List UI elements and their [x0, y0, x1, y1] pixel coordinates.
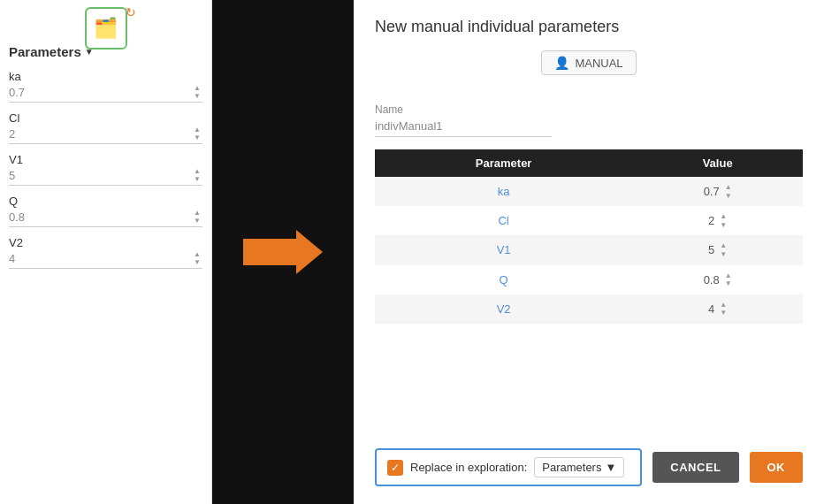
col-parameter: Parameter	[375, 149, 632, 177]
table-spinner-down[interactable]: ▼	[725, 279, 732, 288]
param-input-wrap: 0.7 ▲ ▼	[9, 85, 202, 103]
spinners: ▲ ▼	[192, 251, 202, 266]
table-value-cell: 4 ▲ ▼	[632, 294, 803, 324]
refresh-icon: ↻	[126, 5, 136, 19]
bottom-bar: ✓ Replace in exploration: Parameters ▼ C…	[375, 439, 803, 486]
param-input-wrap: 0.8 ▲ ▼	[9, 210, 202, 227]
arrow-body	[243, 239, 296, 265]
table-spinners: ▲ ▼	[720, 241, 727, 258]
param-row: Cl 2 ▲ ▼	[9, 111, 202, 144]
parameters-table: Parameter Value ka 0.7 ▲ ▼ Cl 2	[375, 149, 803, 324]
table-value-cell: 5 ▲ ▼	[632, 235, 803, 264]
arrow-head	[296, 230, 323, 274]
param-value: 4	[9, 252, 192, 265]
tool-icon-button[interactable]: 🗂️	[85, 7, 127, 50]
left-panel: 🗂️ ↻ Parameters ▼ ka 0.7 ▲ ▼ Cl 2 ▲ ▼	[0, 0, 212, 504]
table-value-cell: 0.7 ▲ ▼	[632, 177, 803, 206]
param-name: V1	[9, 153, 202, 166]
params-title: Parameters	[9, 44, 81, 59]
table-row: ka 0.7 ▲ ▼	[375, 177, 803, 206]
spinner-up[interactable]: ▲	[192, 251, 202, 258]
table-spinners: ▲ ▼	[720, 212, 727, 229]
param-name: ka	[9, 70, 202, 83]
param-value: 0.8	[9, 210, 192, 224]
param-name: Cl	[9, 111, 202, 125]
param-list: ka 0.7 ▲ ▼ Cl 2 ▲ ▼ V1 5	[9, 70, 202, 269]
table-row: Cl 2 ▲ ▼	[375, 206, 803, 235]
param-input-wrap: 4 ▲ ▼	[9, 251, 202, 269]
spinner-down[interactable]: ▼	[192, 134, 202, 141]
dialog-title: New manual individual parameters	[375, 18, 803, 36]
arrow-container	[243, 230, 323, 274]
table-spinners: ▲ ▼	[720, 301, 727, 317]
table-spinner-down[interactable]: ▼	[720, 250, 727, 259]
middle-divider	[212, 0, 354, 504]
replace-checkbox[interactable]: ✓	[387, 460, 403, 476]
spinner-down[interactable]: ▼	[192, 176, 202, 183]
table-value-cell: 0.8 ▲ ▼	[632, 265, 803, 294]
table-spinner-up[interactable]: ▲	[725, 271, 732, 280]
name-label: Name	[375, 103, 803, 116]
table-row: Q 0.8 ▲ ▼	[375, 265, 803, 294]
cancel-button[interactable]: CANCEL	[652, 452, 738, 483]
param-row: Q 0.8 ▲ ▼	[9, 195, 202, 227]
replace-box: ✓ Replace in exploration: Parameters ▼	[375, 448, 642, 486]
table-row: V1 5 ▲ ▼	[375, 235, 803, 264]
cell-value: 0.7	[704, 185, 720, 198]
table-param-cell: V1	[375, 235, 632, 264]
param-row: V2 4 ▲ ▼	[9, 236, 202, 269]
spinner-down[interactable]: ▼	[192, 93, 202, 100]
replace-dropdown-label: Parameters	[542, 461, 601, 474]
spinner-up[interactable]: ▲	[192, 168, 202, 175]
param-value: 5	[9, 169, 192, 182]
table-spinner-up[interactable]: ▲	[725, 183, 732, 192]
spinner-up[interactable]: ▲	[192, 85, 202, 92]
table-spinner-down[interactable]: ▼	[720, 309, 727, 317]
param-name: V2	[9, 236, 202, 249]
spinners: ▲ ▼	[192, 168, 202, 183]
table-spinner-up[interactable]: ▲	[720, 212, 727, 221]
manual-badge: 👤 MANUAL	[541, 50, 636, 75]
dropdown-chevron-icon: ▼	[605, 461, 616, 474]
right-arrow-shape	[243, 230, 323, 274]
cell-value: 0.8	[704, 273, 720, 286]
spinner-down[interactable]: ▼	[192, 259, 202, 266]
table-spinners: ▲ ▼	[725, 183, 732, 200]
cell-value: 5	[708, 243, 714, 256]
param-input-wrap: 5 ▲ ▼	[9, 168, 202, 186]
table-spinner-down[interactable]: ▼	[725, 192, 732, 201]
param-row: ka 0.7 ▲ ▼	[9, 70, 202, 103]
param-value: 0.7	[9, 86, 192, 99]
table-spinner-up[interactable]: ▲	[720, 241, 727, 250]
spinners: ▲ ▼	[192, 126, 202, 141]
param-row: V1 5 ▲ ▼	[9, 153, 202, 186]
spinners: ▲ ▼	[192, 210, 202, 225]
person-icon: 👤	[554, 56, 569, 70]
right-panel: New manual individual parameters 👤 MANUA…	[354, 0, 824, 504]
spinner-up[interactable]: ▲	[192, 126, 202, 134]
table-param-cell: Cl	[375, 206, 632, 235]
table-spinner-down[interactable]: ▼	[720, 221, 727, 230]
param-input-wrap: 2 ▲ ▼	[9, 126, 202, 144]
replace-text: Replace in exploration:	[410, 461, 527, 474]
spinner-down[interactable]: ▼	[192, 218, 202, 225]
name-value: indivManual1	[375, 119, 552, 137]
table-param-cell: ka	[375, 177, 632, 206]
cell-value: 2	[708, 214, 714, 227]
manual-label: MANUAL	[575, 57, 622, 70]
ok-button[interactable]: OK	[750, 452, 804, 483]
spinner-up[interactable]: ▲	[192, 210, 202, 217]
replace-dropdown[interactable]: Parameters ▼	[534, 457, 624, 477]
table-value-cell: 2 ▲ ▼	[632, 206, 803, 235]
col-value: Value	[632, 149, 803, 177]
layers-icon: 🗂️	[94, 17, 118, 40]
table-param-cell: Q	[375, 265, 632, 294]
table-row: V2 4 ▲ ▼	[375, 294, 803, 324]
param-value: 2	[9, 127, 192, 141]
spinners: ▲ ▼	[192, 85, 202, 100]
table-spinner-up[interactable]: ▲	[720, 301, 727, 309]
table-header-row: Parameter Value	[375, 149, 803, 177]
param-name: Q	[9, 195, 202, 208]
cell-value: 4	[708, 302, 714, 316]
table-spinners: ▲ ▼	[725, 271, 732, 288]
